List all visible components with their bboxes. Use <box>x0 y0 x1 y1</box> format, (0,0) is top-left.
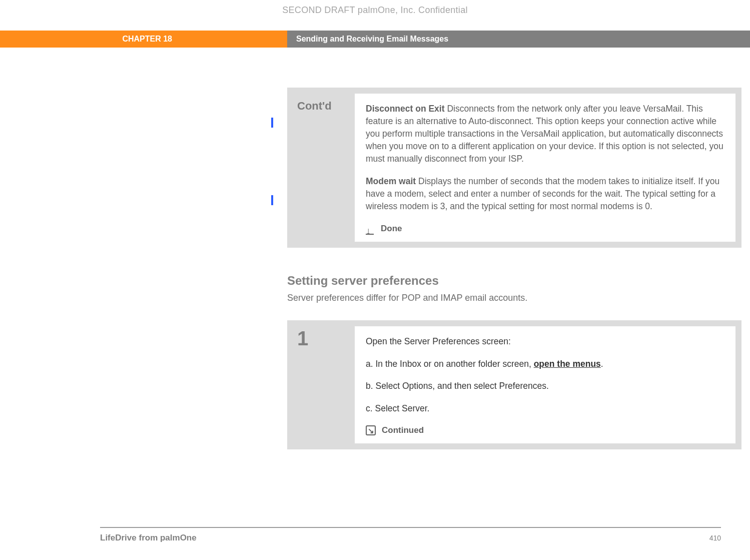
step-a-suffix: . <box>601 359 603 369</box>
callout-para-2: Modem wait Displays the number of second… <box>366 175 724 213</box>
open-menus-link[interactable]: open the menus <box>534 359 601 369</box>
section-heading: Setting server preferences <box>287 274 750 288</box>
step-number: 1 <box>293 326 355 443</box>
content-area: Cont'd Disconnect on Exit Disconnects fr… <box>0 48 750 449</box>
step-box: 1 Open the Server Preferences screen: a.… <box>287 320 741 449</box>
step-b: b. Select Options, and then select Prefe… <box>366 380 724 392</box>
callout-label: Cont'd <box>293 94 355 242</box>
arrow-down-icon <box>366 224 375 234</box>
callout-box: Cont'd Disconnect on Exit Disconnects fr… <box>287 88 741 248</box>
chapter-bar: CHAPTER 18 Sending and Receiving Email M… <box>0 31 750 48</box>
chapter-label: CHAPTER 18 <box>0 31 287 48</box>
chapter-title: Sending and Receiving Email Messages <box>287 31 750 48</box>
arrow-continue-icon <box>366 425 376 435</box>
footer-brand: LifeDrive from palmOne <box>100 533 197 543</box>
footer-bar: LifeDrive from palmOne 410 <box>100 527 721 543</box>
step-lead: Open the Server Preferences screen: <box>366 335 724 348</box>
callout-para-1: Disconnect on Exit Disconnects from the … <box>366 103 724 165</box>
confidential-header: SECOND DRAFT palmOne, Inc. Confidential <box>0 0 750 31</box>
revision-mark-icon <box>271 118 273 128</box>
step-c: c. Select Server. <box>366 402 724 415</box>
revision-mark-icon <box>271 195 273 205</box>
term-modem-wait: Modem wait <box>366 176 416 186</box>
footer-page-number: 410 <box>709 534 721 542</box>
continued-label: Continued <box>382 424 424 436</box>
step-a: a. In the Inbox or on another folder scr… <box>366 358 724 370</box>
callout-content: Disconnect on Exit Disconnects from the … <box>355 94 735 242</box>
done-indicator: Done <box>366 223 724 235</box>
done-label: Done <box>381 223 402 235</box>
step-a-prefix: a. In the Inbox or on another folder scr… <box>366 359 534 369</box>
desc-modem-wait: Displays the number of seconds that the … <box>366 176 719 211</box>
continued-indicator: Continued <box>366 424 724 436</box>
step-content: Open the Server Preferences screen: a. I… <box>355 326 735 443</box>
section-subtext: Server preferences differ for POP and IM… <box>287 293 750 303</box>
term-disconnect: Disconnect on Exit <box>366 104 445 114</box>
